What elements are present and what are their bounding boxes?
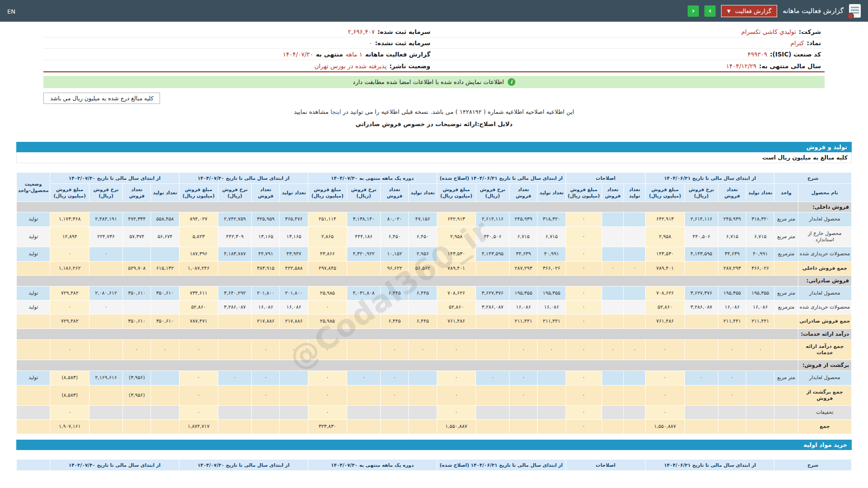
language-en-link[interactable]: EN [7,8,15,15]
subcolumn-header: نرخ فروش (ریال) [476,184,509,202]
value-cell: ۴۴۰,۵۰۶ [684,226,718,247]
subcolumn-header: تعداد فروش [252,184,280,202]
desc-header: شرح [774,459,852,470]
group-header-0: از ابتدای سال مالی تا تاریخ ۱۴۰۴/۰۶/۳۱ [646,173,774,184]
value-cell [218,420,251,434]
group-header-3: دوره یک ماهه منتهی به ۱۴۰۴/۰۷/۳۰ [308,459,437,470]
fiscal-year-value: ۱۴۰۴/۱۲/۲۹ [726,62,756,70]
section-filler-cell [17,360,798,371]
value-cell: ۰ [381,385,409,406]
value-cell: ۳,۲۸۶,۰۸۷ [476,300,509,314]
value-cell: ۴,۰۳۱,۸۰۸ [347,286,380,300]
chevron-down-icon: ▼ [727,9,731,14]
value-cell: ۳۱۸,۳۲۰ [746,212,774,226]
prev-report-button[interactable]: ‹ [688,5,699,17]
value-cell [218,406,251,420]
value-cell: ۰ [566,339,602,360]
value-cell: ۳۴,۶۳۹ [509,247,538,261]
value-cell [381,406,409,420]
value-cell: ۴۳,۸۶۶ [308,247,347,261]
value-cell [624,300,646,314]
value-cell: ۰ [566,314,602,328]
value-cell: ۱۹۵,۳۵۵ [509,286,538,300]
value-cell: ۰ [646,371,684,385]
value-cell: ۴۳,۹۴۷ [280,247,308,261]
value-cell [280,406,308,420]
value-cell: ۳۶۶,۰۲۶ [538,261,566,275]
subcolumn-header: نرخ فروش (ریال) [218,184,251,202]
unregistered-capital-value: ۰ [369,39,372,47]
value-cell: ۰ [746,339,774,360]
value-cell [602,385,623,406]
value-cell: ۱,۵۵۰,۸۸۷ [646,420,684,434]
value-cell [684,420,718,434]
value-cell: ۳,۶۲۷,۳۷۶ [684,286,718,300]
group-header-0: از ابتدای سال مالی تا تاریخ ۱۴۰۴/۰۶/۳۱ [646,459,774,470]
value-cell [218,314,251,328]
header-content: شرکت: توليدي كاشي تكسرام نماد: كترام کد … [0,22,868,127]
value-cell: ۰ [566,385,602,406]
value-cell [151,420,179,434]
value-cell: ۰ [308,300,347,314]
subcolumn-header: تعداد فروش [381,184,409,202]
value-cell: ۶,۴۵۰ [381,226,409,247]
table-row: جمع فروش صادراتی۲۱۱,۴۴۱۲۱۱,۴۴۱۷۶۱,۴۸۶۰۲۱… [17,314,852,328]
status-header [17,459,50,470]
value-cell [409,300,437,314]
value-cell: ۲,۶۱۴,۱۱۶ [476,212,509,226]
value-cell: ۲,۹۵۸ [437,226,476,247]
value-cell: ۳,۱۳۸,۱۴۰ [347,212,380,226]
next-report-button[interactable]: › [704,5,716,17]
group-header-4: از ابتدای سال مالی تا تاریخ ۱۴۰۴/۰۷/۳۰ [179,459,308,470]
report-type-dropdown-label: گزارش فعالیت [735,8,771,14]
value-cell [89,406,123,420]
value-cell [476,261,509,275]
value-cell: ۳۵۰,۶۱۰ [151,286,179,300]
value-cell [624,420,646,434]
value-cell: ۰ [179,339,218,360]
value-cell: ۴۴۲,۳۰۹ [218,226,251,247]
value-cell: ۶,۴۵۰ [409,226,437,247]
value-cell: ۰ [347,371,380,385]
value-cell [476,314,509,328]
symbol-label: نماد: [807,39,821,47]
subcolumn-header: تعداد تولید [538,184,566,202]
status-cell [17,339,50,360]
value-cell: ۰ [89,300,123,314]
info-column-left: سرمایه ثبت شده: ۲,۶۹۶,۴۰۷ سرمایه ثبت نشد… [43,26,434,71]
company-value[interactable]: توليدي كاشي تكسرام [741,28,796,35]
value-cell: ۳۶۶,۰۲۶ [746,261,774,275]
value-cell [624,314,646,328]
value-cell: ۰ [624,339,646,360]
unit-cell: مترمربع [774,247,798,261]
value-cell: ۳,۲۸۶,۰۸۷ [218,300,251,314]
value-cell: ۲۰۱,۸۰۰ [280,286,308,300]
value-cell: ۴,۳۲۰,۹۲۲ [347,247,380,261]
value-cell: ۲۵,۹۸۵ [308,286,347,300]
value-cell [347,406,380,420]
previous-version-link[interactable]: اینجا [330,108,341,115]
value-cell: ۷۶۱,۴۸۶ [437,314,476,328]
report-type-dropdown[interactable]: گزارش فعالیت ▼ [721,5,777,17]
info-row-publisher-status: وضعیت ناشر: پذيرفته شده در بورس تهران [43,60,434,71]
value-cell: ۰ [308,339,347,360]
value-cell: ۴۲۲,۵۸۸ [280,261,308,275]
symbol-value[interactable]: كترام [790,39,804,47]
unit-cell: متر مربع [774,212,798,226]
value-cell: (۳,۹۵۶) [123,385,151,406]
subcolumn-header: تعداد فروش [602,184,623,202]
value-cell [252,406,280,420]
value-cell: ۰ [509,385,538,406]
value-cell [746,371,774,385]
unit-cell: متر مربع [774,371,798,385]
value-cell: ۰ [218,371,251,385]
status-cell [17,406,50,420]
isic-value: ۴۹۹۳۰۹ [748,51,768,58]
value-cell: ۰ [566,406,602,420]
value-cell: ۱۹۵,۳۵۵ [718,286,746,300]
value-cell [218,385,251,406]
value-cell: ۰ [509,339,538,360]
value-cell: ۶,۷۱۵ [718,226,746,247]
value-cell: ۰ [538,339,566,360]
value-cell: ۳,۶۲۷,۳۷۶ [476,286,509,300]
